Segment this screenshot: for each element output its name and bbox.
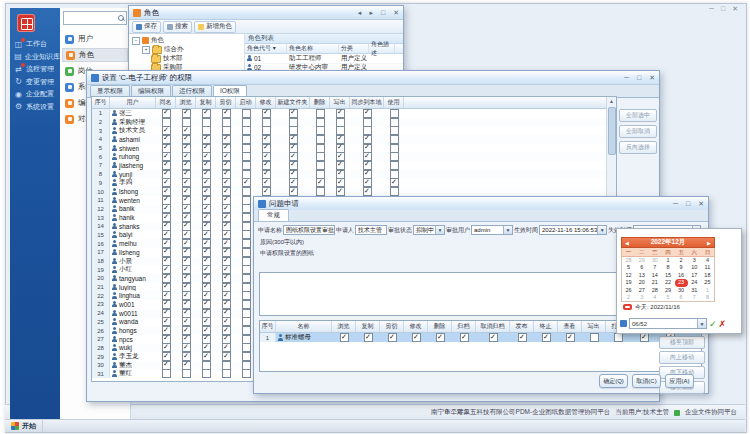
calendar-day[interactable]: 30 — [675, 287, 688, 294]
request-name-field[interactable]: 图纸权限设置审批申请 — [283, 225, 335, 235]
column-header[interactable]: 复制 — [356, 321, 380, 332]
dropdown-icon[interactable]: ▼ — [503, 226, 512, 234]
permission-checkbox[interactable] — [222, 326, 231, 335]
user-permission-row[interactable]: 1张三 — [92, 109, 616, 118]
permission-checkbox[interactable] — [242, 179, 251, 188]
permission-checkbox[interactable] — [316, 144, 325, 153]
search-input[interactable] — [64, 13, 118, 23]
permission-checkbox[interactable] — [162, 222, 171, 231]
permission-checkbox[interactable] — [182, 300, 191, 309]
permission-checkbox[interactable] — [222, 205, 231, 214]
permission-checkbox[interactable] — [162, 135, 171, 144]
window-control-icon[interactable]: □ — [686, 197, 690, 210]
nav-item-users[interactable]: 用户 — [62, 32, 128, 46]
permission-checkbox[interactable] — [590, 333, 599, 342]
calendar-day[interactable]: 29 — [635, 257, 648, 264]
sidebar-item-config[interactable]: ◉企业配置 — [14, 88, 60, 100]
calendar-day[interactable]: 19 — [622, 279, 635, 286]
permission-checkbox[interactable] — [202, 274, 211, 283]
start-button[interactable]: 开始 — [5, 420, 43, 432]
calendar-day[interactable]: 26 — [622, 287, 635, 294]
permission-checkbox[interactable] — [222, 196, 231, 205]
permission-checkbox[interactable] — [289, 118, 298, 127]
permission-checkbox[interactable] — [202, 352, 211, 361]
column-header[interactable]: 写出 — [582, 321, 606, 332]
permission-checkbox[interactable] — [222, 152, 231, 161]
permission-checkbox[interactable] — [182, 239, 191, 248]
permission-checkbox[interactable] — [242, 318, 251, 327]
toolbar-button-add-role[interactable]: 新增角色 — [194, 21, 236, 33]
permission-checkbox[interactable] — [242, 283, 251, 292]
permission-checkbox[interactable] — [242, 109, 251, 118]
permission-checkbox[interactable] — [242, 118, 251, 127]
permission-checkbox[interactable] — [436, 333, 445, 342]
permission-checkbox[interactable] — [289, 161, 298, 170]
permission-checkbox[interactable] — [363, 109, 372, 118]
permission-checkbox[interactable] — [202, 126, 211, 135]
permission-checkbox[interactable] — [162, 179, 171, 188]
permission-checkbox[interactable] — [202, 187, 211, 196]
permission-checkbox[interactable] — [336, 126, 345, 135]
calendar-prev-icon[interactable]: ◀ — [622, 240, 632, 246]
permission-checkbox[interactable] — [336, 161, 345, 170]
window-control-icon[interactable]: ✕ — [732, 5, 738, 13]
permission-checkbox[interactable] — [202, 370, 211, 379]
permission-checkbox[interactable] — [242, 152, 251, 161]
calendar-day[interactable]: 14 — [648, 272, 661, 279]
permission-checkbox[interactable] — [182, 318, 191, 327]
sidebar-item-settings[interactable]: ⚙系统设置 — [14, 101, 60, 113]
calendar-day[interactable]: 13 — [635, 272, 648, 279]
column-header[interactable]: 取消归档 — [476, 321, 510, 332]
user-permission-row[interactable]: 8yunji — [92, 170, 616, 179]
column-header[interactable]: 浏览 — [176, 97, 196, 108]
permission-checkbox[interactable] — [242, 205, 251, 214]
column-header[interactable]: 序号 — [260, 321, 276, 332]
column-header[interactable]: 发布 — [510, 321, 534, 332]
column-header[interactable]: 删除 — [428, 321, 452, 332]
permission-checkbox[interactable] — [202, 152, 211, 161]
calendar-day[interactable]: 8 — [701, 294, 714, 301]
permission-checkbox[interactable] — [222, 309, 231, 318]
permission-checkbox[interactable] — [222, 179, 231, 188]
permission-checkbox[interactable] — [202, 248, 211, 257]
permission-checkbox[interactable] — [222, 118, 231, 127]
permission-checkbox[interactable] — [242, 126, 251, 135]
calendar-day[interactable]: 18 — [701, 272, 714, 279]
permission-checkbox[interactable] — [202, 170, 211, 179]
permission-checkbox[interactable] — [363, 144, 372, 153]
permission-checkbox[interactable] — [316, 109, 325, 118]
calendar-day[interactable]: 4 — [648, 294, 661, 301]
permission-checkbox[interactable] — [162, 170, 171, 179]
permission-checkbox[interactable] — [222, 344, 231, 353]
permission-checkbox[interactable] — [222, 300, 231, 309]
calendar-day[interactable]: 11 — [701, 264, 714, 271]
column-header[interactable]: 查看 — [558, 321, 582, 332]
permission-checkbox[interactable] — [162, 274, 171, 283]
permission-checkbox[interactable] — [390, 179, 399, 188]
calendar-day[interactable]: 8 — [661, 264, 674, 271]
permission-checkbox[interactable] — [640, 333, 649, 342]
permission-checkbox[interactable] — [222, 265, 231, 274]
permission-checkbox[interactable] — [336, 170, 345, 179]
permission-checkbox[interactable] — [202, 335, 211, 344]
permission-checkbox[interactable] — [242, 257, 251, 266]
permission-checkbox[interactable] — [363, 135, 372, 144]
permission-checkbox[interactable] — [202, 213, 211, 222]
permission-checkbox[interactable] — [390, 126, 399, 135]
sidebar-item-change[interactable]: ↻变更管理 — [14, 76, 60, 88]
permission-checkbox[interactable] — [182, 161, 191, 170]
permission-checkbox[interactable] — [340, 333, 349, 342]
permission-checkbox[interactable] — [242, 274, 251, 283]
permission-checkbox[interactable] — [242, 309, 251, 318]
calendar-day[interactable]: 25 — [701, 279, 714, 286]
calendar-day[interactable]: 28 — [648, 287, 661, 294]
permission-checkbox[interactable] — [242, 291, 251, 300]
permission-checkbox[interactable] — [460, 333, 469, 342]
permission-checkbox[interactable] — [182, 187, 191, 196]
permission-checkbox[interactable] — [242, 231, 251, 240]
permission-checkbox[interactable] — [289, 170, 298, 179]
window-control-icon[interactable]: □ — [721, 5, 725, 13]
column-header[interactable]: 分类 — [339, 44, 369, 53]
permission-checkbox[interactable] — [390, 135, 399, 144]
selection-button[interactable]: 全部选中 — [619, 109, 657, 122]
